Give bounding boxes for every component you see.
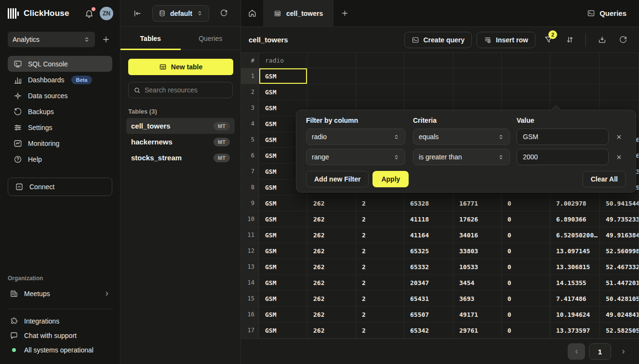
- table-cell[interactable]: 0: [502, 259, 550, 275]
- table-cell[interactable]: GSM: [259, 259, 307, 275]
- table-cell[interactable]: 3693: [453, 291, 502, 307]
- download-icon[interactable]: [594, 32, 610, 48]
- home-icon[interactable]: [241, 0, 263, 26]
- table-cell[interactable]: 13.097145: [550, 243, 600, 259]
- filter-funnel-icon[interactable]: 2: [540, 32, 557, 48]
- table-cell[interactable]: 2: [356, 243, 404, 259]
- table-cell[interactable]: [600, 68, 639, 84]
- table-cell[interactable]: GSM: [259, 243, 307, 259]
- row-number[interactable]: 9: [241, 195, 259, 211]
- table-cell[interactable]: [502, 84, 550, 100]
- table-cell[interactable]: 10533: [453, 259, 502, 275]
- add-new-filter-button[interactable]: Add new Filter: [306, 171, 369, 187]
- table-cell[interactable]: [307, 68, 356, 84]
- add-service-button[interactable]: [100, 33, 112, 46]
- tab-queries[interactable]: Queries: [181, 27, 241, 50]
- table-cell[interactable]: 41118: [404, 211, 453, 227]
- table-cell[interactable]: 50.428105: [600, 291, 639, 307]
- table-cell[interactable]: 0: [502, 243, 550, 259]
- table-cell[interactable]: 262: [307, 227, 356, 243]
- table-cell[interactable]: 13.373597: [550, 323, 600, 338]
- table-cell[interactable]: 0: [502, 291, 550, 307]
- table-cell[interactable]: 17626: [453, 211, 502, 227]
- table-cell[interactable]: 262: [307, 275, 356, 291]
- table-cell[interactable]: 49.735233: [600, 211, 639, 227]
- search-input[interactable]: [145, 86, 226, 94]
- table-cell[interactable]: 16771: [453, 195, 502, 211]
- refresh-tables-icon[interactable]: [218, 7, 230, 19]
- table-cell[interactable]: 2: [356, 227, 404, 243]
- table-cell[interactable]: GSM: [259, 211, 307, 227]
- sidebar-item-sql-console[interactable]: SQL Console: [8, 56, 112, 72]
- table-cell[interactable]: [404, 84, 453, 100]
- sidebar-item-meetups[interactable]: Meetups: [8, 286, 112, 302]
- table-cell[interactable]: 52.582505: [600, 323, 639, 338]
- database-select[interactable]: default: [152, 5, 209, 22]
- sidebar-item-backups[interactable]: Backups: [8, 104, 112, 119]
- tab-tables[interactable]: Tables: [120, 27, 181, 50]
- table-cell[interactable]: [453, 84, 502, 100]
- row-number[interactable]: 12: [241, 243, 259, 259]
- table-cell[interactable]: GSM: [259, 227, 307, 243]
- filter-column-select[interactable]: range: [306, 149, 405, 165]
- row-number[interactable]: 6: [241, 148, 259, 164]
- table-cell[interactable]: [307, 84, 356, 100]
- table-cell[interactable]: 6.52050200…: [550, 227, 600, 243]
- filter-value-input[interactable]: [517, 149, 609, 165]
- sidebar-item-chat-support[interactable]: Chat with support: [8, 328, 112, 343]
- table-cell[interactable]: 41164: [404, 227, 453, 243]
- create-query-button[interactable]: Create query: [404, 32, 472, 48]
- new-tab-plus-icon[interactable]: [333, 0, 356, 26]
- filter-value-input[interactable]: [517, 129, 609, 145]
- table-cell[interactable]: 2: [356, 259, 404, 275]
- apply-button[interactable]: Apply: [373, 171, 409, 187]
- queries-button[interactable]: Queries: [574, 0, 639, 26]
- remove-filter-icon[interactable]: [612, 130, 626, 144]
- row-number[interactable]: 3: [241, 100, 259, 116]
- table-cell[interactable]: 2: [356, 323, 404, 338]
- connect-button[interactable]: Connect: [8, 178, 112, 196]
- table-cell[interactable]: 7.417486: [550, 291, 600, 307]
- sidebar-item-monitoring[interactable]: Monitoring: [8, 135, 112, 151]
- table-cell[interactable]: 262: [307, 259, 356, 275]
- table-cell[interactable]: 262: [307, 323, 356, 338]
- table-cell[interactable]: 3454: [453, 275, 502, 291]
- table-cell[interactable]: 0: [502, 195, 550, 211]
- insert-row-button[interactable]: Insert row: [477, 32, 535, 48]
- row-number[interactable]: 2: [241, 84, 259, 100]
- system-status[interactable]: All systems operational: [8, 343, 112, 357]
- table-cell[interactable]: 14.15355: [550, 275, 600, 291]
- row-number[interactable]: 10: [241, 211, 259, 227]
- row-number[interactable]: 7: [241, 164, 259, 180]
- table-cell[interactable]: [550, 84, 600, 100]
- table-cell[interactable]: 20347: [404, 275, 453, 291]
- next-page-chevron-icon[interactable]: [615, 343, 631, 360]
- new-table-button[interactable]: New table: [128, 59, 233, 75]
- workspace-select[interactable]: Analytics: [8, 32, 95, 47]
- table-cell[interactable]: 49.024841: [600, 307, 639, 323]
- table-cell[interactable]: 65332: [404, 259, 453, 275]
- row-number[interactable]: 13: [241, 259, 259, 275]
- table-list-item-hackernews[interactable]: hackernews MT: [126, 134, 235, 150]
- tab-cell-towers[interactable]: cell_towers: [263, 0, 333, 26]
- table-cell[interactable]: 0: [502, 307, 550, 323]
- table-cell[interactable]: 34016: [453, 227, 502, 243]
- table-cell[interactable]: 10.194624: [550, 307, 600, 323]
- table-cell[interactable]: GSM: [259, 323, 307, 338]
- clear-all-button[interactable]: Clear All: [583, 171, 626, 187]
- table-cell[interactable]: [550, 68, 600, 84]
- table-cell[interactable]: 52.4673325: [600, 259, 639, 275]
- table-cell[interactable]: 262: [307, 211, 356, 227]
- table-list-item-cell-towers[interactable]: cell_towers MT: [126, 118, 235, 134]
- table-cell[interactable]: 49171: [453, 307, 502, 323]
- table-cell[interactable]: 0: [502, 211, 550, 227]
- notifications-bell-icon[interactable]: [82, 7, 96, 20]
- table-cell[interactable]: 29761: [453, 323, 502, 338]
- table-cell[interactable]: 262: [307, 291, 356, 307]
- prev-page-chevron-icon[interactable]: [568, 343, 585, 360]
- collapse-panel-icon[interactable]: [131, 7, 144, 20]
- sidebar-item-dashboards[interactable]: Dashboards Beta: [8, 72, 112, 88]
- table-cell[interactable]: 33803: [453, 243, 502, 259]
- table-cell[interactable]: 262: [307, 243, 356, 259]
- remove-filter-icon[interactable]: [612, 150, 626, 164]
